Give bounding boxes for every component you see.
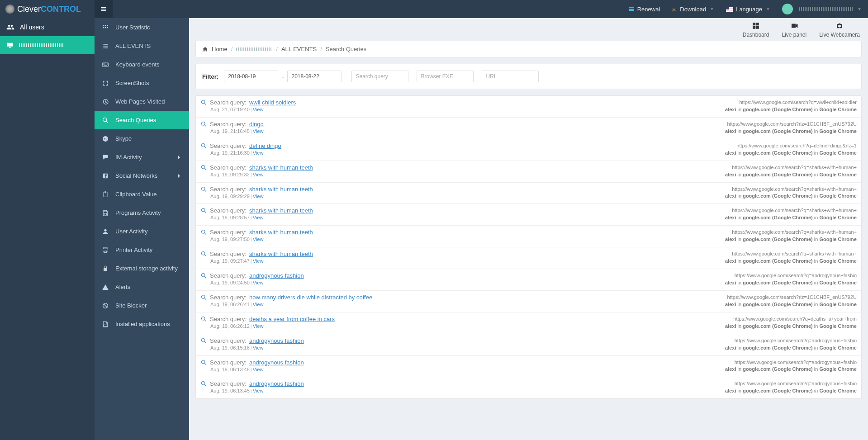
menu-toggle[interactable] [95, 0, 113, 18]
download-icon [671, 6, 677, 12]
language-link[interactable]: Language [721, 0, 777, 18]
logo-text-2: CONTROL [41, 5, 81, 14]
user-menu[interactable] [777, 0, 868, 18]
svg-rect-1 [629, 8, 634, 9]
avatar [782, 4, 793, 14]
chevron-down-icon [856, 6, 863, 12]
topbar-right: Renewal Download Language [623, 0, 868, 18]
renewal-label: Renewal [637, 6, 660, 13]
topbar: CleverCONTROL Renewal Download Language [0, 0, 868, 18]
download-link[interactable]: Download [665, 0, 721, 18]
chevron-down-icon [765, 6, 771, 12]
hamburger-icon [100, 5, 107, 13]
logo[interactable]: CleverCONTROL [0, 0, 95, 18]
logo-text-1: Clever [17, 5, 41, 14]
card-icon [628, 6, 635, 12]
flag-icon [726, 7, 733, 12]
renewal-link[interactable]: Renewal [623, 0, 666, 18]
logo-icon [5, 5, 14, 14]
language-label: Language [736, 6, 762, 13]
chevron-down-icon [709, 6, 715, 12]
user-email-redacted [799, 7, 854, 11]
download-label: Download [680, 6, 706, 13]
